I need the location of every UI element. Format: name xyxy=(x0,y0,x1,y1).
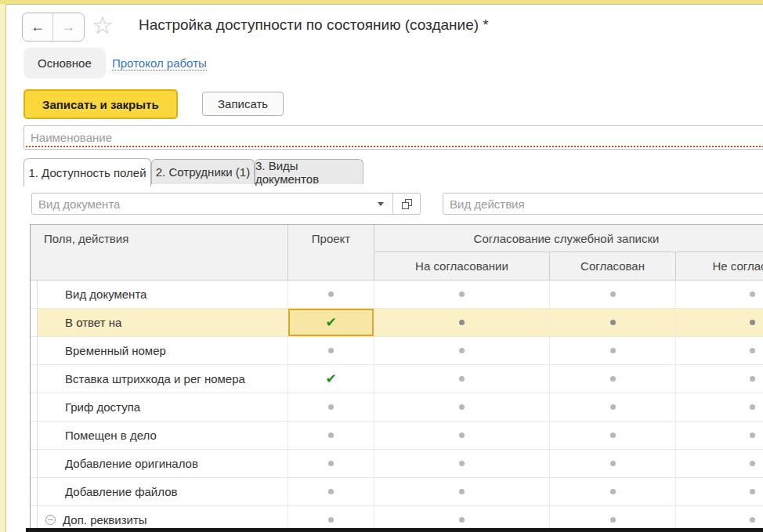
state-cell-on-approval[interactable] xyxy=(374,309,550,336)
row-label-cell[interactable]: Вид документа xyxy=(38,280,288,308)
state-cell-project[interactable] xyxy=(288,478,374,505)
row-gutter xyxy=(31,365,38,393)
state-dot-marker xyxy=(750,489,755,494)
state-dot-marker xyxy=(459,404,465,410)
row-label-cell[interactable]: В ответ на xyxy=(38,309,288,336)
table-row[interactable]: Помещен в дело xyxy=(31,422,763,450)
collapse-icon[interactable] xyxy=(45,515,56,525)
state-cell-not-approved[interactable] xyxy=(676,280,763,308)
state-cell-project[interactable] xyxy=(288,280,374,308)
row-gutter xyxy=(31,450,38,477)
row-label-cell[interactable]: Вставка штрихкода и рег номера xyxy=(38,365,288,393)
state-cell-not-approved[interactable] xyxy=(676,337,763,364)
state-cell-on-approval[interactable] xyxy=(374,365,550,393)
state-cell-approved[interactable] xyxy=(550,393,676,421)
back-button[interactable]: ← xyxy=(23,13,52,41)
column-header-group[interactable]: Согласование служебной записки xyxy=(374,225,763,252)
row-label: Вставка штрихкода и рег номера xyxy=(65,372,245,385)
state-dot-marker xyxy=(750,432,755,438)
row-label: Временный номер xyxy=(65,344,166,357)
section-tab-protocol-link[interactable]: Протокол работы xyxy=(112,56,207,71)
row-label: Помещен в дело xyxy=(65,429,157,442)
state-cell-on-approval[interactable] xyxy=(374,337,550,364)
state-dot-marker xyxy=(328,432,334,438)
state-cell-project[interactable] xyxy=(288,337,374,364)
table-row[interactable]: Вид документа xyxy=(31,280,763,309)
save-label: Записать xyxy=(218,97,268,110)
row-label-cell[interactable]: Добавление файлов xyxy=(38,478,288,505)
state-cell-project[interactable]: ✔ xyxy=(288,309,374,336)
checkmark-icon: ✔ xyxy=(325,372,336,385)
state-cell-approved[interactable] xyxy=(550,365,676,393)
state-dot-marker xyxy=(610,291,616,297)
column-header-fields[interactable]: Поля, действия xyxy=(31,225,288,280)
state-cell-not-approved[interactable] xyxy=(676,393,763,421)
row-label: Гриф доступа xyxy=(65,400,140,414)
document-kind-combo xyxy=(31,193,421,215)
table-row[interactable]: Добавление оригиналов xyxy=(31,450,763,478)
table-row[interactable]: Вставка штрихкода и рег номера✔ xyxy=(31,365,763,393)
state-cell-approved[interactable] xyxy=(550,309,676,336)
forward-button[interactable]: → xyxy=(52,13,83,41)
tab-label: 3. Виды документов xyxy=(255,159,363,186)
state-cell-on-approval[interactable] xyxy=(374,478,550,505)
favorite-star-icon[interactable]: ☆ xyxy=(92,11,114,41)
state-dot-marker xyxy=(610,348,616,353)
tab-document-kinds[interactable]: 3. Виды документов xyxy=(255,159,363,184)
save-button[interactable]: Записать xyxy=(202,92,284,116)
state-cell-not-approved[interactable] xyxy=(676,422,763,449)
state-cell-project[interactable] xyxy=(288,450,374,477)
state-cell-on-approval[interactable] xyxy=(374,422,550,449)
state-dot-marker xyxy=(328,404,334,410)
state-cell-project[interactable] xyxy=(288,393,374,421)
state-cell-on-approval[interactable] xyxy=(374,280,550,308)
state-cell-approved[interactable] xyxy=(550,422,676,449)
state-cell-not-approved[interactable] xyxy=(676,365,763,393)
table-row[interactable]: Добавление файлов xyxy=(31,478,763,506)
action-kind-combo xyxy=(443,193,763,215)
page-title: Настройка доступности по состоянию (созд… xyxy=(139,16,489,34)
table-row[interactable]: Гриф доступа xyxy=(31,393,763,422)
state-cell-approved[interactable] xyxy=(550,280,676,308)
section-tab-main[interactable]: Основное xyxy=(24,48,106,78)
state-cell-approved[interactable] xyxy=(550,450,676,477)
state-cell-approved[interactable] xyxy=(550,337,676,364)
row-label-cell[interactable]: Гриф доступа xyxy=(38,393,288,421)
open-list-icon xyxy=(402,202,409,209)
tab-label: 1. Доступность полей xyxy=(28,166,146,179)
document-kind-open-button[interactable] xyxy=(392,194,420,214)
row-label-cell[interactable]: Временный номер xyxy=(38,337,288,364)
state-dot-marker xyxy=(459,376,465,382)
table-row[interactable]: Временный номер xyxy=(31,337,763,365)
column-header-not-approved[interactable]: Не согласован xyxy=(676,252,763,280)
save-and-close-button[interactable]: Записать и закрыть xyxy=(24,89,178,119)
state-cell-on-approval[interactable] xyxy=(374,393,550,421)
tab-field-availability[interactable]: 1. Доступность полей xyxy=(24,158,151,186)
state-dot-marker xyxy=(459,348,465,353)
state-cell-not-approved[interactable] xyxy=(676,478,763,505)
column-header-project[interactable]: Проект xyxy=(288,225,374,280)
state-cell-approved[interactable] xyxy=(550,478,676,505)
column-header-approved[interactable]: Согласован xyxy=(550,252,676,280)
state-cell-project[interactable]: ✔ xyxy=(288,365,374,393)
state-cell-on-approval[interactable] xyxy=(374,450,550,477)
state-dot-marker xyxy=(459,517,465,523)
table-row[interactable]: В ответ на✔ xyxy=(31,309,763,337)
tab-employees[interactable]: 2. Сотрудники (1) xyxy=(151,159,255,184)
column-header-on-approval[interactable]: На согласовании xyxy=(374,252,550,280)
state-dot-marker xyxy=(328,517,334,523)
row-gutter xyxy=(31,478,38,505)
checkmark-icon: ✔ xyxy=(325,316,336,329)
action-kind-input[interactable] xyxy=(443,194,763,214)
state-cell-project[interactable] xyxy=(288,422,374,449)
document-kind-input[interactable] xyxy=(32,194,369,214)
section-tab-main-label: Основное xyxy=(38,56,92,70)
row-gutter xyxy=(31,280,38,308)
document-kind-dropdown-button[interactable] xyxy=(369,194,392,214)
row-label-cell[interactable]: Помещен в дело xyxy=(38,422,288,449)
state-dot-marker xyxy=(610,432,616,438)
row-label-cell[interactable]: Добавление оригиналов xyxy=(38,450,288,477)
state-cell-not-approved[interactable] xyxy=(676,450,763,477)
state-cell-not-approved[interactable] xyxy=(676,309,763,336)
availability-table: Поля, действия Проект Согласование служе… xyxy=(30,224,763,532)
